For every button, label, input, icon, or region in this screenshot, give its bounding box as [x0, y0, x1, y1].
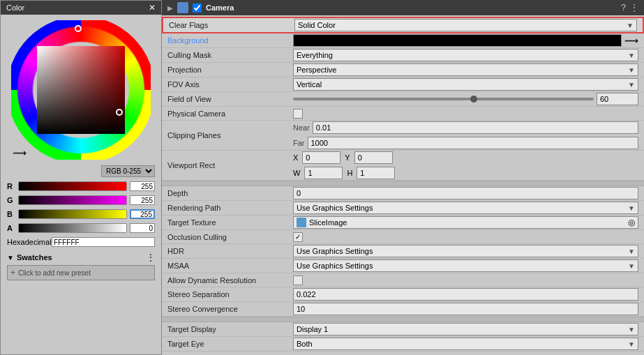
prop-row: Clear FlagsSolid Color▼: [162, 17, 644, 33]
dropdown-field[interactable]: Everything▼: [293, 49, 638, 61]
prop-row: Clipping PlanesNear 0.01Far 1000: [162, 121, 644, 151]
text-field[interactable]: 10: [293, 303, 638, 315]
prop-row: Field of View60: [162, 92, 644, 107]
prop-value: Use Graphics Settings▼: [293, 259, 638, 272]
prop-value: Both▼: [293, 338, 638, 350]
prop-row: Target DisplayDisplay 1▼: [162, 322, 644, 337]
rgb-mode-row: RGB 0-255: [7, 165, 155, 177]
prop-label: Depth: [167, 189, 293, 197]
swatches-menu-button[interactable]: ⋮: [147, 252, 155, 262]
rgb-mode-select[interactable]: RGB 0-255: [101, 165, 155, 177]
prop-label: MSAA: [167, 262, 293, 270]
swatches-toggle[interactable]: ▼: [7, 254, 14, 262]
b-slider-row: B: [7, 209, 155, 219]
dropdown-field[interactable]: Vertical▼: [293, 78, 638, 91]
prop-label: Clipping Planes: [167, 131, 293, 139]
prop-label: HDR: [167, 247, 293, 255]
h-input[interactable]: 1: [357, 167, 395, 179]
dropdown-field[interactable]: Use Graphics Settings▼: [293, 202, 638, 214]
checkbox-field[interactable]: ✓: [293, 232, 303, 242]
b-slider-track[interactable]: [18, 209, 127, 219]
checkbox-field[interactable]: [293, 109, 303, 119]
g-input[interactable]: [130, 195, 155, 205]
prop-value: X 0 Y 0W 1 H 1: [293, 151, 638, 179]
inspector-menu-button[interactable]: ⋮: [630, 3, 638, 13]
prop-label: Stereo Separation: [167, 290, 293, 299]
color-wheel-container[interactable]: ⟿: [11, 20, 151, 160]
color-panel-title-bar: Color ✕: [1, 1, 161, 15]
r-input[interactable]: [130, 181, 155, 191]
x-input[interactable]: 0: [302, 151, 340, 164]
section-separator: [162, 181, 644, 186]
a-slider-track[interactable]: [18, 223, 127, 233]
range-thumb: [470, 96, 477, 103]
prop-label: FOV Axis: [167, 80, 293, 89]
w-input[interactable]: 1: [304, 167, 343, 179]
close-button[interactable]: ✕: [149, 3, 156, 13]
prop-row: FOV AxisVertical▼: [162, 77, 644, 92]
inspector-body: Clear FlagsSolid Color▼Background⟿Cullin…: [162, 15, 644, 355]
number-field[interactable]: 60: [597, 93, 638, 105]
w-label: W: [293, 169, 300, 177]
xy-row: X 0 Y 0: [293, 151, 393, 164]
prop-value: ⟿: [293, 34, 638, 47]
prop-label: Target Display: [167, 325, 293, 333]
prop-row: Culling MaskEverything▼: [162, 48, 644, 63]
hex-input[interactable]: [52, 237, 155, 247]
eyedropper-button[interactable]: ⟿: [13, 147, 27, 158]
h-label: H: [347, 169, 352, 177]
prop-row: Physical Camera: [162, 107, 644, 121]
y-label: Y: [345, 153, 350, 162]
prop-row: Viewport RectX 0 Y 0W 1 H 1: [162, 151, 644, 181]
component-enabled-checkbox[interactable]: [193, 3, 202, 13]
color-swatch-field[interactable]: [293, 34, 622, 47]
prop-value: Vertical▼: [293, 78, 638, 91]
a-label: A: [7, 224, 15, 232]
near-field[interactable]: 0.01: [313, 121, 638, 134]
far-field[interactable]: 1000: [308, 137, 639, 149]
a-input[interactable]: [130, 223, 155, 233]
prop-row: Stereo Separation0.022: [162, 287, 644, 302]
help-button[interactable]: ?: [621, 3, 626, 13]
color-panel-body: ⟿ RGB 0-255 R G B A: [1, 15, 161, 286]
g-slider-track[interactable]: [18, 195, 127, 205]
prop-label: Allow Dynamic Resolution: [167, 276, 293, 285]
dropdown-field[interactable]: Use Graphics Settings▼: [293, 245, 638, 257]
dropdown-field[interactable]: Display 1▼: [293, 323, 638, 335]
prop-value: [293, 275, 638, 285]
dropdown-field[interactable]: Use Graphics Settings▼: [293, 259, 638, 272]
prop-label: Viewport Rect: [167, 161, 293, 169]
expand-arrow[interactable]: ▶: [167, 4, 173, 12]
target-texture-row: SliceImage ◎: [293, 216, 638, 229]
hex-label: Hexadecimal: [7, 238, 49, 246]
range-slider[interactable]: [293, 98, 594, 100]
prop-row: Target EyeBoth▼: [162, 337, 644, 352]
prop-value: Everything▼: [293, 49, 638, 61]
prop-label: Culling Mask: [167, 51, 293, 59]
dropdown-field[interactable]: Perspective▼: [293, 63, 638, 76]
checkbox-field[interactable]: [293, 275, 303, 285]
color-square[interactable]: [37, 46, 125, 134]
texture-name: SliceImage: [309, 218, 625, 227]
prop-label: Target Texture: [167, 218, 293, 227]
add-swatch-label: Click to add new preset: [18, 269, 91, 277]
dropdown-field[interactable]: Solid Color▼: [294, 19, 637, 31]
eyedropper-icon[interactable]: ⟿: [624, 35, 638, 46]
dropdown-field[interactable]: Both▼: [293, 338, 638, 350]
r-slider-track[interactable]: [18, 181, 127, 191]
far-label: Far: [293, 139, 305, 147]
y-input[interactable]: 0: [354, 151, 393, 164]
near-row: Near 0.01: [293, 121, 638, 134]
g-label: G: [7, 196, 15, 204]
color-square-cursor: [116, 109, 123, 116]
g-slider-row: G: [7, 195, 155, 205]
text-field[interactable]: 0: [293, 187, 638, 199]
inspector-header: ▶ Camera ? ⋮: [162, 0, 644, 15]
b-input[interactable]: [130, 209, 155, 219]
swatches-area[interactable]: + Click to add new preset: [7, 265, 155, 280]
r-label: R: [7, 182, 15, 190]
text-field[interactable]: 0.022: [293, 288, 638, 301]
add-swatch-icon: +: [10, 268, 15, 278]
texture-eyedropper-icon[interactable]: ◎: [628, 218, 635, 227]
prop-label: Field of View: [167, 95, 293, 103]
